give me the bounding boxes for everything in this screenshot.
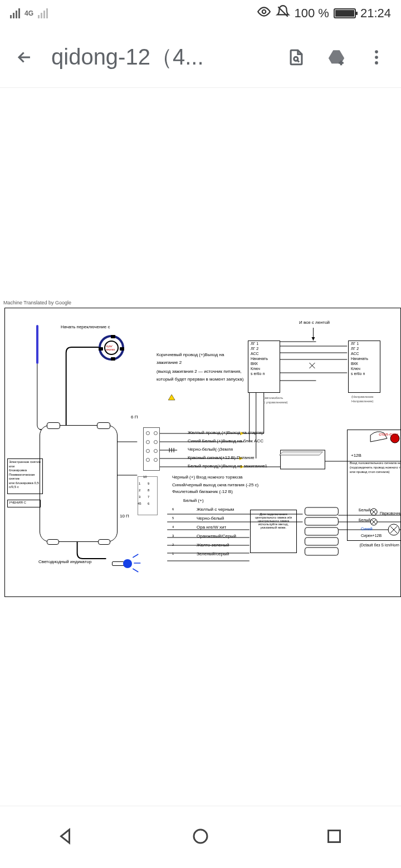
led-indicator-icon: [106, 556, 138, 571]
ignition-box-right: ЛГ 1 ЛГ 2 АСС Начинать ВКК Ключ s ertIo …: [348, 341, 380, 393]
clock: 21:24: [360, 6, 391, 21]
connector-6p: [143, 427, 160, 471]
nav-home-button[interactable]: [190, 826, 211, 849]
kb-lg1: ЛГ 1: [248, 341, 280, 346]
r5: 5: [172, 516, 174, 520]
battery-text: 100 %: [295, 6, 329, 21]
kb2-key: Ключ: [349, 366, 380, 371]
pin-10: 10: [143, 475, 147, 479]
start-button-icon: пуск/кнопка: [99, 335, 124, 361]
label-6p: 6 П: [131, 415, 138, 420]
battery-icon: [334, 8, 356, 18]
w-bluewhite-acc: Синий Белый (+)Вывод на блок ACC: [188, 439, 263, 444]
translate-caption: Machine Translated by Google: [3, 300, 71, 305]
kb2-acc: АСС: [349, 351, 380, 356]
kb-lg2: ЛГ 2: [248, 346, 280, 351]
nav-recent-button[interactable]: [324, 826, 344, 849]
w-black-white2: Черно-белый: [197, 516, 224, 521]
learn-box: УЧЕНИЯ С: [7, 500, 41, 507]
svg-point-2: [375, 50, 378, 53]
eye-icon: [257, 4, 271, 22]
w-yellow-starter: Желтый провод (+)Выход на стартер: [188, 431, 264, 436]
kb2-start: Начинать: [349, 356, 380, 361]
kb2-sert: s ertIo n: [349, 371, 380, 376]
r2: 2: [172, 543, 174, 547]
kb-key: Ключ: [248, 366, 280, 371]
kb2-lg1: ЛГ 1: [349, 341, 380, 346]
kb-bkk: ВКК: [248, 361, 280, 366]
pin-3: 3: [139, 495, 140, 499]
pin-45: 45: [138, 502, 141, 506]
rp-blue: Синий: [361, 527, 373, 531]
ignition-box-left: ЛГ 1 ЛГ 2 АСС Начинать ВКК Ключ s ertIo …: [248, 341, 280, 393]
pin-1: 1: [139, 482, 140, 486]
w-white-plus: Белый (+): [183, 499, 204, 504]
rp-fn2: (подсоединить провод ножного тормоза: [350, 466, 401, 470]
rp-default: (Dctault без S icn/Horn: [359, 543, 399, 548]
kb2-sub2: Направление): [351, 400, 373, 403]
r4: 4: [172, 525, 174, 529]
rp-12v: +12В: [351, 453, 361, 458]
start-button-label: пуск/кнопка: [106, 344, 117, 351]
w-orange-white: Ора нге/W хит: [197, 525, 226, 530]
pin-7: 7: [148, 495, 149, 499]
r1: 1: [172, 552, 174, 556]
r6: 6: [172, 507, 174, 511]
w-yellow-green: Желто-зеленый: [197, 543, 229, 548]
w-white-ign1: Белый провод(+)Выход на зажигание1: [188, 464, 267, 469]
app-bar: qidong-12（4...: [0, 27, 401, 88]
w-orange-grey: Оранжевый/Серый: [197, 534, 236, 539]
label-tape: И все с лентой: [299, 320, 330, 326]
kb2-bkk: ВКК: [349, 361, 380, 366]
lb-l4: снятие: [9, 477, 41, 481]
pin-8: 8: [148, 489, 149, 492]
svg-rect-6: [305, 507, 338, 515]
system-nav-bar: [0, 806, 401, 868]
r3: 3: [172, 534, 174, 538]
pin-6: 6: [148, 502, 149, 506]
rp-white2: Белый: [359, 518, 370, 522]
document-viewport[interactable]: Machine Translated by Google: [0, 88, 401, 806]
w-red-power: Красный сигнал(+12 В) Питание: [188, 456, 255, 461]
w-violet-trunk: Фиолетовый багажник (-12 В): [172, 490, 233, 495]
kb2-lg2: ЛГ 2: [349, 346, 380, 351]
lb-l3: блокировка Пневматическая: [9, 468, 41, 477]
back-button[interactable]: [11, 44, 38, 71]
lb-l2: или: [9, 465, 41, 469]
nav-back-button[interactable]: [57, 826, 77, 849]
right-panel: стоп-сигн +12В Вход положительного сигна…: [347, 430, 400, 541]
w-green-grey: Зеленый/серый: [197, 552, 229, 557]
central-lock-note: Для подключения центрального замка и/и ц…: [250, 510, 297, 553]
signal-icon-2: [38, 8, 48, 18]
svg-rect-7: [305, 517, 338, 525]
label-brown-3: (выход зажигания 2 — источник питания,: [157, 369, 242, 374]
w-blackwhite-gnd: Черно-белый(-)Земля: [188, 447, 233, 452]
status-bar: 4G 100 % 21:24: [0, 0, 401, 27]
cl-l5: указанный ниже.: [253, 526, 294, 529]
svg-point-3: [375, 56, 378, 59]
network-type: 4G: [25, 10, 33, 17]
kb-sert: s ertIo n: [248, 371, 280, 376]
kb-acc: АСС: [248, 351, 280, 356]
drive-add-button[interactable]: [323, 44, 350, 71]
control-module: [40, 425, 118, 542]
find-in-page-button[interactable]: [283, 44, 310, 71]
lb-l5: или блокировка 0,5 с/0,5 с: [9, 481, 41, 490]
rp-siren: Сирен+12В: [361, 534, 382, 538]
lock-mode-box: Электронное снятие или блокировка Пневма…: [7, 458, 43, 494]
pin-9: 9: [148, 482, 149, 486]
label-start-switch: Начать переключение с: [61, 325, 110, 330]
rp-fn1: Вход положительного сигнала ножного торм…: [350, 461, 401, 465]
document-page[interactable]: Machine Translated by Google: [0, 308, 401, 597]
svg-rect-10: [305, 548, 338, 555]
kb2-sub1: (Направление: [351, 395, 373, 399]
overflow-menu-button[interactable]: [363, 44, 390, 71]
label-auto-2: с управлением): [263, 401, 288, 405]
lb-l1: Электронное снятие: [9, 460, 41, 465]
rp-fn3: или провод стоп-сигнала): [350, 470, 390, 474]
diagram-frame: Начать переключение с пуск/кнопка Коричн…: [4, 308, 401, 597]
rp-white1: Белый: [359, 508, 370, 512]
signal-icon: [10, 8, 20, 18]
svg-rect-16: [329, 830, 340, 842]
rp-stop: стоп-сигн: [379, 432, 398, 437]
